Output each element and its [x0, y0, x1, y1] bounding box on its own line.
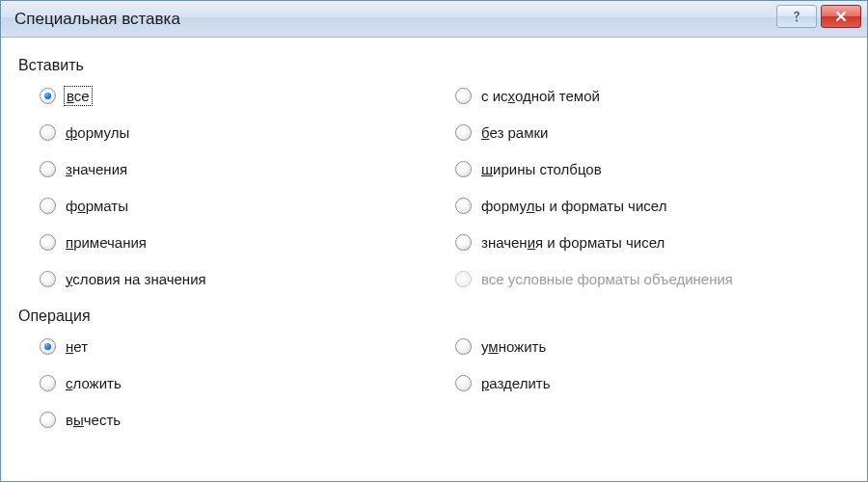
- radio-option-все-условные-форматы-объединен: все условные форматы объединения: [455, 267, 850, 290]
- radio-option-условия-на-значения[interactable]: условия на значения: [40, 267, 434, 290]
- radio-label: ширины столбцов: [481, 161, 602, 177]
- operation-group-label: Операция: [18, 308, 850, 325]
- titlebar[interactable]: Специальная вставка: [1, 1, 867, 38]
- dialog-window: Специальная вставка Вставить всеформулыз…: [0, 0, 868, 482]
- titlebar-buttons: [776, 5, 861, 28]
- radio-label: примечания: [66, 234, 147, 251]
- operation-options: нетсложитьвычесть умножитьразделить: [18, 335, 850, 431]
- radio-icon: [455, 124, 472, 141]
- radio-option-ширины-столбцов[interactable]: ширины столбцов: [455, 157, 850, 180]
- radio-icon: [455, 88, 472, 104]
- radio-label: с исходной темой: [481, 88, 600, 104]
- radio-label: условия на значения: [66, 271, 206, 287]
- operation-column-left: нетсложитьвычесть: [18, 335, 434, 431]
- radio-option-формулы[interactable]: формулы: [40, 120, 434, 144]
- radio-icon: [40, 375, 56, 391]
- radio-option-с-исходной-темой[interactable]: с исходной темой: [455, 84, 850, 107]
- radio-label: умножить: [481, 338, 546, 355]
- radio-option-примечания[interactable]: примечания: [40, 230, 434, 254]
- radio-icon: [455, 161, 472, 177]
- radio-label: все условные форматы объединения: [481, 271, 733, 287]
- dialog-title: Специальная вставка: [14, 10, 180, 29]
- radio-icon: [40, 412, 56, 428]
- radio-option-умножить[interactable]: умножить: [455, 335, 850, 358]
- radio-icon: [455, 234, 472, 251]
- radio-icon: [40, 198, 56, 214]
- radio-label: формулы: [66, 124, 129, 141]
- radio-option-значения[interactable]: значения: [40, 157, 434, 180]
- close-button[interactable]: [821, 5, 861, 28]
- paste-options: всеформулызначенияформатыпримечанияуслов…: [18, 84, 850, 290]
- radio-option-форматы[interactable]: форматы: [40, 194, 434, 217]
- radio-option-нет[interactable]: нет: [40, 335, 434, 358]
- radio-label: форматы: [66, 198, 128, 214]
- radio-label: без рамки: [481, 124, 548, 141]
- radio-option-вычесть[interactable]: вычесть: [40, 408, 434, 431]
- radio-option-без-рамки[interactable]: без рамки: [455, 120, 850, 144]
- radio-icon: [455, 338, 472, 355]
- radio-icon: [40, 124, 56, 141]
- close-icon: [834, 10, 848, 23]
- paste-group-label: Вставить: [18, 57, 850, 74]
- help-icon: [790, 10, 803, 23]
- radio-icon: [455, 375, 472, 391]
- operation-column-right: умножитьразделить: [434, 335, 850, 431]
- radio-icon: [40, 234, 56, 251]
- radio-option-значения-и-форматы-чисел[interactable]: значения и форматы чисел: [455, 230, 850, 254]
- radio-option-сложить[interactable]: сложить: [40, 371, 434, 394]
- radio-label: разделить: [481, 375, 550, 391]
- help-button[interactable]: [776, 5, 817, 28]
- radio-icon: [40, 338, 56, 355]
- radio-option-все[interactable]: все: [40, 84, 434, 107]
- radio-option-разделить[interactable]: разделить: [455, 371, 850, 394]
- radio-label: вычесть: [66, 412, 121, 428]
- paste-column-right: с исходной темойбез рамкиширины столбцов…: [434, 84, 850, 290]
- radio-option-формулы-и-форматы-чисел[interactable]: формулы и форматы чисел: [455, 194, 850, 217]
- radio-icon: [455, 271, 472, 287]
- radio-icon: [40, 88, 56, 104]
- radio-label: значения: [66, 161, 127, 177]
- paste-column-left: всеформулызначенияформатыпримечанияуслов…: [18, 84, 434, 290]
- radio-icon: [40, 161, 56, 177]
- radio-icon: [40, 271, 56, 287]
- radio-icon: [455, 198, 472, 214]
- radio-label: все: [66, 88, 91, 104]
- radio-label: формулы и форматы чисел: [481, 198, 666, 214]
- dialog-content: Вставить всеформулызначенияформатыпримеч…: [1, 38, 867, 431]
- radio-label: нет: [66, 338, 88, 355]
- radio-label: значения и форматы чисел: [481, 234, 665, 251]
- radio-label: сложить: [66, 375, 122, 391]
